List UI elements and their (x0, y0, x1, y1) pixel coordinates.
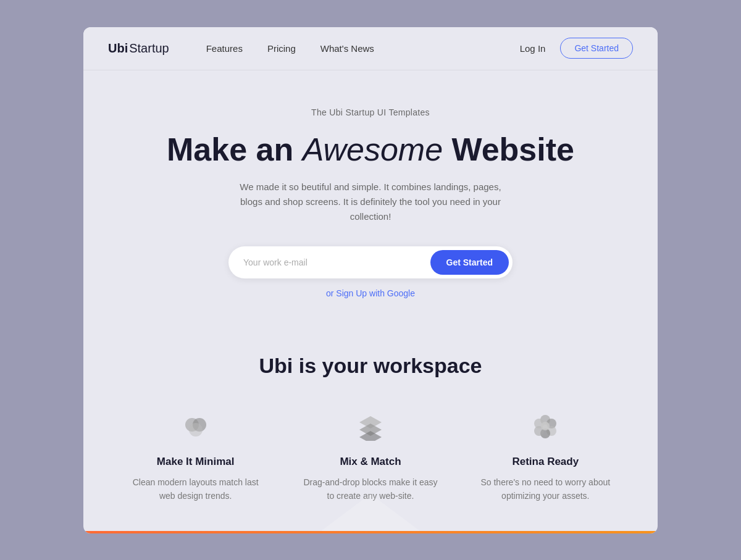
logo-ubi: Ubi (108, 41, 128, 56)
logo-startup: Startup (129, 41, 169, 56)
feature-retina: Retina Ready So there's no need to worry… (477, 409, 613, 503)
bottom-bar-decoration (83, 531, 658, 533)
main-window: Ubi Startup Features Pricing What's News… (83, 27, 658, 533)
nav-get-started-button[interactable]: Get Started (560, 38, 633, 59)
hero-section: The Ubi Startup UI Templates Make an Awe… (83, 70, 658, 323)
feature-mix-match-name: Mix & Match (340, 456, 401, 468)
feature-retina-desc: So there's no need to worry about optimi… (477, 475, 613, 503)
hero-get-started-button[interactable]: Get Started (430, 250, 509, 275)
features-grid: Make It Minimal Clean modern layouts mat… (108, 409, 633, 503)
feature-retina-name: Retina Ready (512, 456, 579, 468)
nav-features[interactable]: Features (206, 43, 243, 54)
nav-links: Features Pricing What's News (206, 43, 520, 54)
hero-description: We made it so beutiful and simple. It co… (228, 180, 513, 224)
hero-subtitle: The Ubi Startup UI Templates (311, 107, 430, 117)
hero-title: Make an Awesome Website (167, 132, 574, 167)
navbar: Ubi Startup Features Pricing What's News… (83, 27, 658, 70)
features-title: Ubi is your workspace (259, 354, 482, 378)
nav-pricing[interactable]: Pricing (267, 43, 296, 54)
feature-minimal: Make It Minimal Clean modern layouts mat… (128, 409, 264, 503)
nav-whats-news[interactable]: What's News (320, 43, 374, 54)
email-form: Get Started (228, 246, 513, 278)
feature-minimal-name: Make It Minimal (157, 456, 235, 468)
layers-icon (353, 409, 388, 443)
hero-title-italic: Awesome (303, 132, 443, 167)
feature-minimal-desc: Clean modern layouts match last web desi… (128, 475, 264, 503)
feature-mix-match: Mix & Match Drag-and-drop blocks make it… (303, 409, 438, 503)
flower-icon (528, 409, 563, 443)
svg-marker-5 (359, 431, 382, 441)
svg-point-12 (541, 422, 550, 430)
circles-icon (178, 409, 213, 443)
login-button[interactable]: Log In (520, 43, 546, 54)
signup-google-link[interactable]: or Sign Up with Google (326, 288, 415, 298)
logo: Ubi Startup (108, 41, 169, 56)
bottom-triangle-decoration (321, 494, 420, 531)
hero-title-part2: Website (443, 132, 574, 167)
nav-actions: Log In Get Started (520, 38, 633, 59)
hero-title-part1: Make an (167, 132, 303, 167)
svg-point-2 (189, 423, 203, 437)
email-input[interactable] (243, 257, 430, 267)
